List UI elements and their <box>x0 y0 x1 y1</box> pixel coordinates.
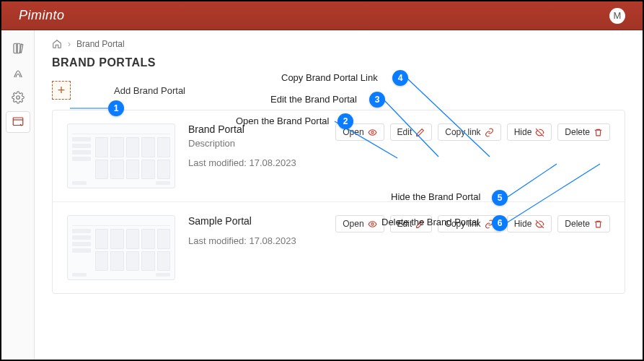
portal-modified: Last modified: 17.08.2023 <box>188 235 610 246</box>
svg-point-2 <box>371 131 373 133</box>
app-logo: Piminto <box>19 8 65 23</box>
copy-link-button[interactable]: Copy link <box>438 123 500 141</box>
trash-icon <box>594 219 603 229</box>
app-header: Piminto M <box>1 1 643 30</box>
portal-modified: Last modified: 17.08.2023 <box>188 157 610 168</box>
svg-point-4 <box>371 222 373 225</box>
avatar[interactable]: M <box>609 8 625 24</box>
home-icon[interactable] <box>52 39 62 49</box>
portal-thumbnail[interactable] <box>67 215 175 280</box>
callout-badge-1: 1 <box>108 100 124 116</box>
breadcrumb-item[interactable]: Brand Portal <box>76 39 125 49</box>
callout-text-3: Edit the Brand Portal <box>270 94 357 105</box>
callout-badge-5: 5 <box>492 190 508 206</box>
add-brand-portal-button[interactable]: + <box>52 81 71 100</box>
callout-text-4: Copy Brand Portal Link <box>281 72 378 83</box>
page-title: BRAND PORTALS <box>52 56 625 69</box>
callout-text-6: Delete the Brand Portal <box>381 217 479 227</box>
svg-point-0 <box>16 96 19 100</box>
callout-badge-4: 4 <box>392 70 408 86</box>
trash-icon <box>594 128 603 137</box>
delete-button[interactable]: Delete <box>557 123 610 141</box>
callout-text-2: Open the Brand Portal <box>236 116 329 126</box>
eye-icon <box>368 128 377 137</box>
eye-icon <box>368 219 377 229</box>
chevron-right-icon: › <box>68 39 71 49</box>
callout-badge-2: 2 <box>338 113 353 129</box>
sidebar-item-brand-portal[interactable] <box>6 111 30 133</box>
sidebar-item-catalog[interactable] <box>6 38 30 59</box>
eye-off-icon <box>535 219 544 229</box>
link-icon <box>485 128 494 137</box>
eye-off-icon <box>535 128 544 137</box>
portal-list: Brand Portal Description Last modified: … <box>52 110 625 294</box>
sidebar-item-assets[interactable] <box>6 62 30 84</box>
portal-thumbnail[interactable] <box>67 123 175 188</box>
pencil-icon <box>415 128 425 137</box>
portal-card: Sample Portal Last modified: 17.08.2023 … <box>53 202 625 293</box>
hide-button[interactable]: Hide <box>507 215 552 232</box>
sidebar-item-settings[interactable] <box>6 87 30 108</box>
breadcrumb: › Brand Portal <box>52 39 625 49</box>
sidebar <box>1 30 35 360</box>
svg-rect-1 <box>13 118 23 126</box>
callout-badge-6: 6 <box>492 215 508 231</box>
edit-button[interactable]: Edit <box>390 123 433 141</box>
hide-button[interactable]: Hide <box>507 123 552 141</box>
add-brand-portal-label: Add Brand Portal <box>114 85 185 96</box>
delete-button[interactable]: Delete <box>557 215 610 232</box>
callout-badge-3: 3 <box>369 92 385 108</box>
open-button[interactable]: Open <box>335 215 384 232</box>
callout-text-5: Hide the Brand Portal <box>391 191 480 202</box>
